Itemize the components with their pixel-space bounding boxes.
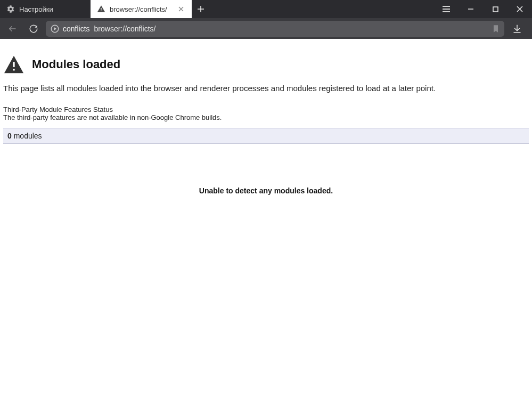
address-bar[interactable]: conflicts browser://conflicts/ (46, 21, 504, 37)
third-party-status-text: The third-party features are not availab… (3, 113, 529, 128)
downloads-button[interactable] (508, 21, 527, 37)
warning-icon (3, 55, 24, 74)
maximize-button[interactable] (483, 0, 508, 18)
warning-icon (97, 5, 105, 13)
site-chip-label: conflicts (63, 25, 90, 33)
close-icon[interactable] (177, 5, 185, 13)
page-header: Modules loaded (3, 44, 529, 84)
svg-rect-17 (13, 69, 14, 70)
window-controls (434, 0, 532, 18)
new-tab-button[interactable] (192, 0, 210, 18)
svg-rect-16 (13, 62, 14, 67)
tab-settings[interactable]: Настройки (0, 0, 91, 18)
close-window-button[interactable] (508, 0, 532, 18)
modules-count: 0 (7, 132, 12, 140)
site-identity-chip[interactable]: conflicts (50, 24, 90, 34)
page-title: Modules loaded (32, 58, 120, 71)
tab-bar: Настройки browser://conflicts/ (0, 0, 532, 18)
minimize-button[interactable] (459, 0, 483, 18)
page-content: Modules loaded This page lists all modul… (0, 39, 532, 195)
svg-marker-13 (54, 27, 57, 30)
back-button[interactable] (3, 21, 21, 37)
modules-word: modules (12, 132, 42, 140)
tab-label: Настройки (19, 5, 53, 13)
empty-message: Unable to detect any modules loaded. (3, 186, 529, 195)
modules-count-bar: 0 modules (3, 128, 529, 144)
svg-rect-8 (493, 7, 498, 12)
url-text: browser://conflicts/ (94, 25, 156, 33)
bookmark-icon[interactable] (492, 24, 500, 34)
tab-conflicts[interactable]: browser://conflicts/ (91, 0, 192, 18)
third-party-status-title: Third-Party Module Features Status (3, 105, 529, 113)
toolbar: conflicts browser://conflicts/ (0, 18, 532, 39)
tab-label: browser://conflicts/ (110, 5, 167, 13)
gear-icon (6, 5, 15, 13)
menu-button[interactable] (434, 0, 459, 18)
reload-button[interactable] (24, 21, 43, 37)
browser-logo-icon (50, 24, 60, 34)
page-description: This page lists all modules loaded into … (3, 84, 529, 105)
